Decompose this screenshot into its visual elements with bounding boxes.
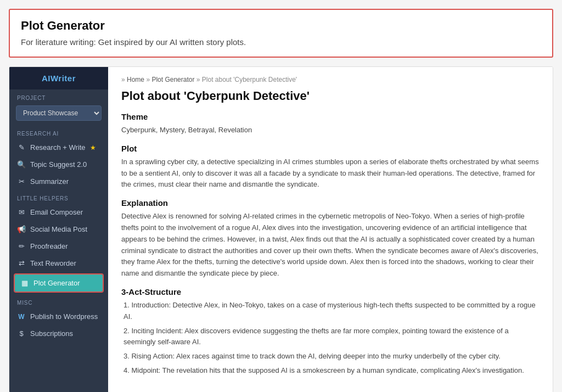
social-media-icon: 📢 [17,225,26,233]
main-layout: AIWriter Project Product Showcase Resear… [9,66,553,392]
reworder-icon: ⇄ [17,259,26,267]
research-ai-label: Research AI [9,125,108,139]
page-title: Plot Generator [21,19,541,33]
sidebar-item-label: Publish to Wordpress [30,312,98,321]
sidebar-item-topic-suggest[interactable]: 🔍 Topic Suggest 2.0 [9,156,108,173]
page-wrapper: Plot Generator For literature writing: G… [0,0,562,392]
project-section-label: Project [9,89,108,103]
brand-ai-part: AI [42,74,50,83]
act-item-2: 2. Inciting Incident: Alex discovers evi… [121,326,539,349]
project-dropdown[interactable]: Product Showcase [16,105,102,121]
breadcrumb-current: Plot about 'Cyberpunk Detective' [202,76,297,83]
breadcrumb-home[interactable]: Home [127,76,144,83]
sidebar-item-subscriptions[interactable]: $ Subscriptions [9,325,108,342]
explanation-heading: Explanation [121,198,539,208]
subscriptions-icon: $ [17,329,26,338]
sidebar-item-label: Plot Generator [33,279,80,287]
act-item-4: 4. Midpoint: The revelation hits that th… [121,365,539,377]
topic-suggest-icon: 🔍 [17,160,26,169]
sidebar-item-label: Text Reworder [30,259,76,267]
project-select-wrap: Product Showcase [9,103,108,125]
sidebar-item-label: Topic Suggest 2.0 [30,160,87,169]
three-act-section: 3-Act-Structure 1. Introduction: Detecti… [121,287,539,377]
plot-section: Plot In a sprawling cyber city, a detect… [121,144,539,191]
theme-heading: Theme [121,112,539,121]
sidebar: AIWriter Project Product Showcase Resear… [9,67,108,392]
theme-text: Cyberpunk, Mystery, Betrayal, Revelation [121,125,539,136]
plot-text: In a sprawling cyber city, a detective s… [121,156,539,191]
research-write-icon: ✎ [17,143,26,152]
sidebar-item-label: Proofreader [30,242,68,250]
sidebar-item-label: Subscriptions [30,329,73,338]
brand-writer-part: Writer [50,74,76,83]
breadcrumb-sep1: » [146,76,151,83]
plot-heading: Plot [121,144,539,153]
sidebar-item-plot-generator[interactable]: ▦ Plot Generator [15,275,103,292]
sidebar-item-proofreader[interactable]: ✏ Proofreader [9,238,108,255]
sidebar-item-summarizer[interactable]: ✂ Summarizer [9,173,108,190]
sidebar-item-email-composer[interactable]: ✉ Email Composer [9,204,108,221]
sidebar-brand: AIWriter [9,67,108,89]
breadcrumb-sep2: » [196,76,202,83]
sidebar-item-label: Social Media Post [30,225,87,233]
breadcrumb-arrow: » [121,76,127,83]
act-item-1: 1. Introduction: Detective Alex, in Neo-… [121,300,539,323]
plot-generator-icon: ▦ [20,279,29,287]
wordpress-icon: W [17,313,26,321]
header-box: Plot Generator For literature writing: G… [9,9,553,58]
little-helpers-label: Little Helpers [9,190,108,204]
email-icon: ✉ [17,208,26,216]
proofreader-icon: ✏ [17,242,26,250]
page-subtitle: For literature writing: Get inspired by … [21,37,541,47]
star-icon: ★ [90,144,96,152]
theme-section: Theme Cyberpunk, Mystery, Betrayal, Reve… [121,112,539,136]
misc-label: Misc [9,294,108,308]
breadcrumb: » Home » Plot Generator » Plot about 'Cy… [121,76,539,83]
sidebar-item-text-reworder[interactable]: ⇄ Text Reworder [9,255,108,272]
act-item-3: 3. Rising Action: Alex races against tim… [121,351,539,362]
three-act-heading: 3-Act-Structure [121,287,539,296]
sidebar-item-publish-wordpress[interactable]: W Publish to Wordpress [9,308,108,325]
sidebar-item-research-write[interactable]: ✎ Research + Write ★ [9,139,108,156]
breadcrumb-plot-generator[interactable]: Plot Generator [151,76,194,83]
sidebar-item-label: Email Composer [30,208,83,216]
sidebar-item-social-media[interactable]: 📢 Social Media Post [9,221,108,238]
explanation-text: Detective Alex is renowned for solving A… [121,211,539,279]
explanation-section: Explanation Detective Alex is renowned f… [121,198,539,279]
content-title: Plot about 'Cyberpunk Detective' [121,89,539,103]
summarizer-icon: ✂ [17,177,26,186]
sidebar-item-label: Research + Write [30,143,86,152]
sidebar-item-label: Summarizer [30,177,69,186]
content-area: » Home » Plot Generator » Plot about 'Cy… [108,67,553,392]
